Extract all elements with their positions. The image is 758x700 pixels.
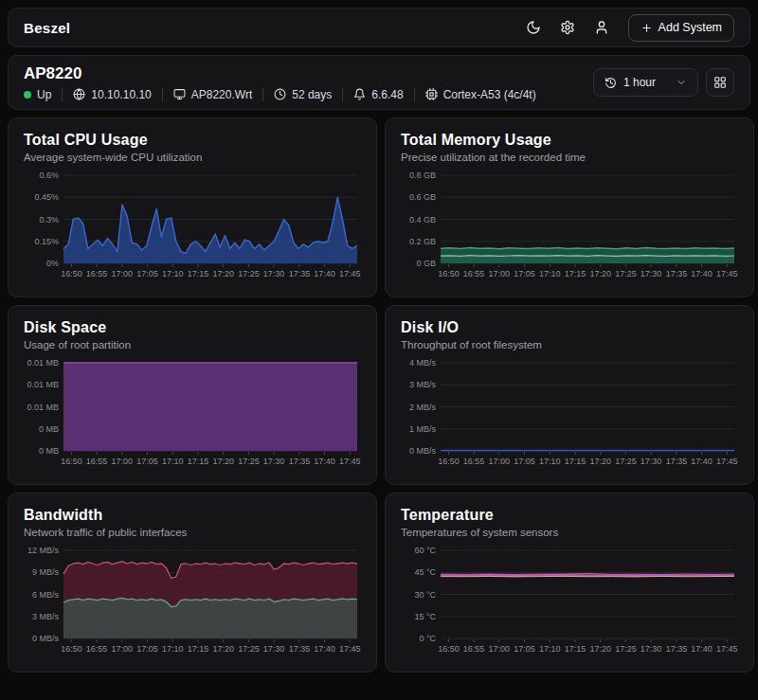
svg-text:3 MB/s: 3 MB/s — [409, 380, 437, 389]
system-uptime: 52 days — [274, 88, 332, 101]
system-ip: 10.10.10.10 — [73, 88, 151, 101]
globe-icon — [73, 88, 85, 100]
bandwidth-chart-title: Bandwidth — [24, 507, 361, 524]
svg-text:0.2 GB: 0.2 GB — [409, 237, 436, 246]
svg-text:17:25: 17:25 — [615, 269, 637, 278]
disk-io-chart-title: Disk I/O — [401, 319, 738, 336]
system-hostname-value: AP8220.Wrt — [191, 88, 252, 101]
svg-text:16:50: 16:50 — [61, 644, 82, 654]
disk-space-chart[interactable]: 0.01 MB0.01 MB0.01 MB0 MB0 MB16:5016:551… — [24, 358, 361, 470]
svg-text:0.45%: 0.45% — [34, 192, 59, 202]
user-menu-button[interactable] — [594, 20, 609, 35]
svg-text:0 MB/s: 0 MB/s — [409, 446, 437, 456]
svg-text:17:30: 17:30 — [263, 269, 285, 278]
svg-text:17:35: 17:35 — [666, 269, 688, 278]
svg-text:17:25: 17:25 — [615, 457, 637, 466]
svg-text:17:40: 17:40 — [691, 269, 713, 278]
svg-text:17:00: 17:00 — [489, 644, 511, 654]
svg-text:16:55: 16:55 — [86, 269, 108, 278]
svg-text:17:30: 17:30 — [641, 457, 662, 466]
system-info-left: AP8220 Up 10.10.10.10 AP8220.Wrt 52 days — [24, 64, 536, 101]
charts-grid: Total CPU Usage Average system-wide CPU … — [8, 117, 750, 673]
svg-text:17:25: 17:25 — [238, 457, 260, 466]
svg-text:17:45: 17:45 — [339, 269, 361, 278]
chevron-down-icon — [676, 77, 687, 88]
system-hostname: AP8220.Wrt — [173, 88, 252, 101]
svg-text:9 MB/s: 9 MB/s — [32, 567, 60, 577]
cpu-chart-card: Total CPU Usage Average system-wide CPU … — [8, 117, 377, 297]
svg-text:17:00: 17:00 — [112, 457, 134, 466]
svg-text:0.6%: 0.6% — [39, 171, 59, 180]
moon-icon — [526, 20, 541, 35]
svg-text:17:25: 17:25 — [615, 644, 637, 654]
system-uptime-value: 52 days — [292, 88, 332, 101]
layout-toggle-button[interactable] — [706, 68, 734, 97]
status-label: Up — [37, 88, 51, 101]
temperature-chart-title: Temperature — [401, 507, 738, 524]
svg-text:16:50: 16:50 — [438, 457, 460, 466]
svg-text:17:10: 17:10 — [539, 644, 561, 654]
svg-text:16:55: 16:55 — [463, 269, 485, 278]
status-badge: Up — [24, 88, 51, 101]
clock-icon — [274, 88, 286, 100]
svg-text:0.01 MB: 0.01 MB — [27, 403, 59, 412]
temperature-chart[interactable]: 60 °C45 °C30 °C15 °C0 °C16:5016:5517:001… — [401, 546, 738, 657]
svg-text:17:20: 17:20 — [212, 457, 234, 466]
bandwidth-chart-subtitle: Network traffic of public interfaces — [24, 527, 361, 538]
system-kernel-value: 6.6.48 — [371, 88, 403, 101]
svg-text:17:30: 17:30 — [641, 644, 662, 654]
svg-text:0 MB: 0 MB — [39, 446, 59, 456]
memory-chart-card: Total Memory Usage Precise utilization a… — [385, 117, 754, 297]
svg-text:17:15: 17:15 — [188, 644, 209, 654]
svg-text:3 MB/s: 3 MB/s — [32, 612, 60, 621]
svg-text:17:20: 17:20 — [212, 644, 234, 654]
system-kernel: 6.6.48 — [353, 88, 403, 101]
add-system-label: Add System — [659, 21, 722, 34]
add-system-button[interactable]: Add System — [628, 14, 734, 42]
system-meta-row: Up 10.10.10.10 AP8220.Wrt 52 days 6.6.48 — [24, 88, 536, 101]
system-ip-value: 10.10.10.10 — [91, 88, 151, 101]
svg-text:17:15: 17:15 — [565, 269, 587, 278]
svg-text:17:10: 17:10 — [162, 269, 184, 278]
svg-text:17:40: 17:40 — [691, 644, 713, 654]
svg-text:17:10: 17:10 — [539, 457, 561, 466]
system-cpu-model-value: Cortex-A53 (4c/4t) — [443, 88, 536, 101]
divider — [162, 88, 163, 101]
divider — [414, 88, 415, 101]
theme-toggle-button[interactable] — [526, 20, 541, 35]
disk-io-chart-card: Disk I/O Throughput of root filesystem 4… — [385, 305, 754, 485]
svg-text:17:00: 17:00 — [489, 457, 511, 466]
svg-text:17:35: 17:35 — [666, 644, 688, 654]
disk-io-chart[interactable]: 4 MB/s3 MB/s2 MB/s1 MB/s0 MB/s16:5016:55… — [401, 358, 738, 470]
top-navbar: Beszel Add System — [8, 8, 750, 47]
svg-text:17:20: 17:20 — [589, 269, 611, 278]
app-logo[interactable]: Beszel — [24, 20, 70, 36]
svg-text:0%: 0% — [46, 259, 59, 268]
svg-text:45 °C: 45 °C — [414, 567, 436, 577]
temperature-chart-card: Temperature Temperatures of system senso… — [385, 493, 754, 673]
svg-text:17:35: 17:35 — [289, 457, 311, 466]
cpu-chart[interactable]: 0.6%0.45%0.3%0.15%0%16:5016:5517:0017:05… — [24, 171, 361, 282]
svg-text:17:15: 17:15 — [565, 644, 587, 654]
svg-text:17:30: 17:30 — [641, 269, 662, 278]
svg-text:17:20: 17:20 — [212, 269, 234, 278]
memory-chart[interactable]: 0.8 GB0.6 GB0.4 GB0.2 GB0 GB16:5016:5517… — [401, 171, 738, 282]
svg-text:17:35: 17:35 — [289, 269, 311, 278]
svg-text:17:30: 17:30 — [263, 644, 285, 654]
svg-text:17:05: 17:05 — [136, 457, 158, 466]
svg-text:17:45: 17:45 — [716, 644, 738, 654]
svg-text:17:05: 17:05 — [136, 644, 158, 654]
svg-text:17:05: 17:05 — [514, 644, 535, 654]
divider — [262, 88, 263, 101]
svg-text:17:05: 17:05 — [136, 269, 158, 278]
divider — [342, 88, 343, 101]
time-range-value: 1 hour — [623, 76, 656, 89]
time-range-select[interactable]: 1 hour — [593, 68, 698, 97]
settings-button[interactable] — [560, 20, 575, 35]
svg-text:17:10: 17:10 — [162, 644, 184, 654]
svg-text:0.3%: 0.3% — [39, 215, 59, 224]
system-cpu-model: Cortex-A53 (4c/4t) — [425, 88, 536, 101]
svg-text:17:15: 17:15 — [188, 457, 209, 466]
bandwidth-chart[interactable]: 12 MB/s9 MB/s6 MB/s3 MB/s0 MB/s16:5016:5… — [24, 546, 361, 657]
svg-text:16:55: 16:55 — [463, 644, 485, 654]
